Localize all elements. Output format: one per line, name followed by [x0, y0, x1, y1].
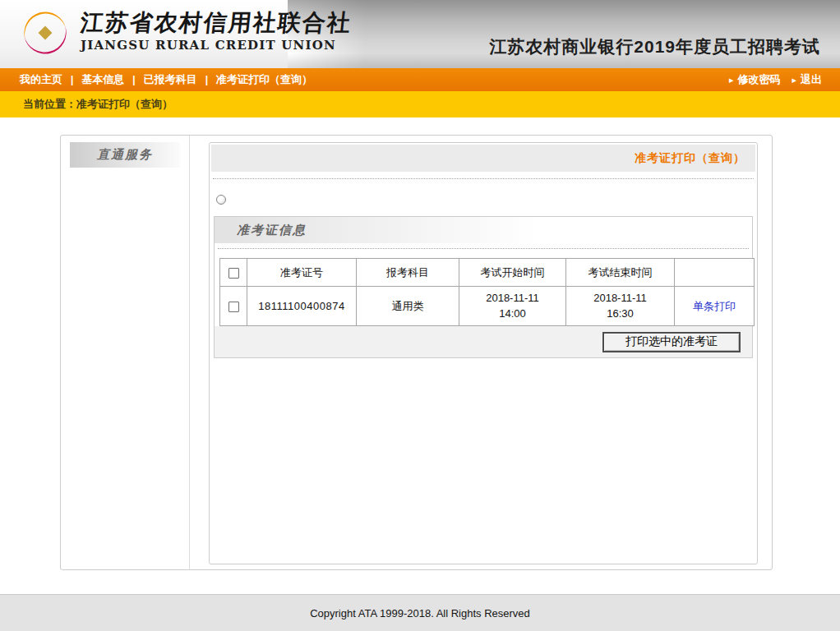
- end-date: 2018-11-11: [566, 291, 674, 306]
- nav-item-basic-info[interactable]: 基本信息: [81, 72, 124, 87]
- radio-row: [216, 193, 755, 204]
- nav-separator: |: [132, 74, 135, 85]
- single-print-link[interactable]: 单条打印: [693, 300, 736, 312]
- nav-left-group: 我的主页 | 基本信息 | 已报考科目 | 准考证打印（查询）: [20, 72, 312, 87]
- nav-separator: |: [205, 74, 208, 85]
- col-header-ticket-no: 准考证号: [247, 259, 357, 287]
- main-nav: 我的主页 | 基本信息 | 已报考科目 | 准考证打印（查询） ▸ 修改密码 ▸…: [0, 68, 840, 91]
- row-checkbox[interactable]: [228, 302, 239, 312]
- start-time: 14:00: [459, 306, 565, 322]
- action-cell: 单条打印: [675, 287, 755, 326]
- breadcrumb-label: 当前位置：准考证打印（查询）: [23, 97, 173, 112]
- section-title: 准考证信息: [237, 223, 307, 238]
- end-time: 16:30: [566, 306, 674, 322]
- exam-title: 江苏农村商业银行2019年度员工招聘考试: [489, 35, 820, 58]
- breadcrumb: 当前位置：准考证打印（查询）: [0, 91, 840, 117]
- admit-card-table: 准考证号 报考科目 考试开始时间 考试结束时间 18111100400874 通…: [219, 258, 755, 326]
- ticket-no-cell: 18111100400874: [247, 287, 357, 326]
- brand-title-cn: 江苏省农村信用社联合社: [79, 11, 353, 36]
- table-row: 18111100400874 通用类 2018-11-11 14:00 2018…: [220, 287, 755, 326]
- select-all-checkbox[interactable]: [228, 268, 239, 279]
- panel-header: 准考证打印（查询）: [211, 145, 755, 172]
- credit-union-logo-icon: [18, 6, 72, 63]
- change-password-link[interactable]: 修改密码: [737, 72, 780, 87]
- dotted-divider: [218, 248, 749, 249]
- row-select-cell: [220, 287, 247, 326]
- col-header-end-time: 考试结束时间: [566, 259, 675, 287]
- col-header-start-time: 考试开始时间: [459, 259, 566, 287]
- page-header: 江苏省农村信用社联合社 JIANGSU RURAL CREDIT UNION 江…: [0, 0, 840, 68]
- admit-card-info-box: 准考证信息 准考证号 报考科目 考试开始时间 考试结束时间: [214, 216, 753, 358]
- nav-item-my-home[interactable]: 我的主页: [20, 72, 62, 87]
- nav-separator: |: [71, 74, 73, 85]
- table-header-row: 准考证号 报考科目 考试开始时间 考试结束时间: [220, 259, 755, 287]
- brand-subtitle-en: JIANGSU RURAL CREDIT UNION: [81, 38, 352, 53]
- brand-text: 江苏省农村信用社联合社 JIANGSU RURAL CREDIT UNION: [81, 6, 352, 53]
- arrow-right-icon: ▸: [729, 75, 734, 85]
- main-panel: 准考证打印（查询） 准考证信息 准考证号 报考科目: [209, 142, 758, 564]
- logout-link[interactable]: 退出: [801, 72, 822, 87]
- sidebar-title: 直通服务: [70, 142, 180, 168]
- dotted-divider: [213, 178, 754, 179]
- page-footer: Copyright ATA 1999-2018. All Rights Rese…: [0, 594, 840, 631]
- page-radio-button[interactable]: [216, 195, 226, 205]
- arrow-right-icon: ▸: [792, 75, 796, 85]
- nav-item-registered-subjects[interactable]: 已报考科目: [144, 72, 197, 87]
- print-selected-button[interactable]: 打印选中的准考证: [602, 332, 741, 352]
- content-container: 直通服务 准考证打印（查询） 准考证信息: [60, 135, 773, 570]
- subject-cell: 通用类: [357, 287, 459, 326]
- end-time-cell: 2018-11-11 16:30: [566, 287, 675, 326]
- nav-item-ticket-print[interactable]: 准考证打印（查询）: [216, 72, 312, 87]
- select-all-cell: [220, 259, 247, 287]
- copyright-text: Copyright ATA 1999-2018. All Rights Rese…: [310, 607, 530, 619]
- info-box-header: 准考证信息: [215, 217, 752, 243]
- table-action-row: 打印选中的准考证: [215, 326, 752, 357]
- col-header-action: [675, 259, 755, 287]
- panel-title-link[interactable]: 准考证打印（查询）: [635, 151, 745, 166]
- start-date: 2018-11-11: [459, 291, 565, 306]
- col-header-subject: 报考科目: [357, 259, 459, 287]
- nav-right-group: ▸ 修改密码 ▸ 退出: [718, 72, 822, 87]
- start-time-cell: 2018-11-11 14:00: [459, 287, 566, 326]
- brand-block: 江苏省农村信用社联合社 JIANGSU RURAL CREDIT UNION: [18, 6, 352, 63]
- sidebar: 直通服务: [61, 136, 190, 569]
